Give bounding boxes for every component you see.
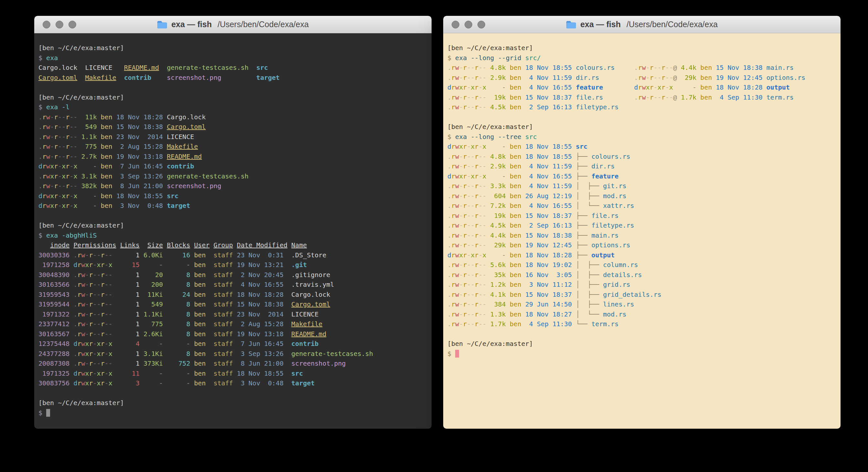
text-segment: -: [77, 202, 97, 209]
terminal-line: .rw-r--r-- 29k ben 19 Nov 12:45 ├── opti…: [447, 240, 836, 250]
text-segment: 384: [486, 300, 505, 308]
text-segment: [221, 74, 256, 82]
permission-char: r: [650, 93, 653, 101]
text-segment: 3 Nov 11:12: [521, 281, 572, 288]
text-segment: 24377288: [38, 350, 69, 358]
terminal-line: 12375448 drwxr-xr-x 4 - - ben staff 7 Ju…: [38, 339, 427, 349]
permission-char: -: [93, 261, 97, 269]
permission-char: -: [471, 182, 474, 190]
permission-char: x: [459, 251, 463, 259]
permission-char: w: [455, 192, 459, 200]
permission-char: r: [54, 192, 58, 200]
text-segment: [69, 241, 73, 249]
permission-char: w: [642, 83, 646, 91]
terminal-screen[interactable]: [ben ~/C/e/exa:master]$ exa --long --gri…: [443, 33, 841, 429]
text-segment: 23 Nov 2014: [113, 133, 163, 141]
permission-char: r: [101, 370, 105, 377]
permission-char: r: [66, 162, 69, 170]
text-segment: 26 Aug 12:19: [521, 192, 572, 200]
permission-char: -: [669, 64, 673, 71]
terminal-line: [ben ~/C/e/exa:master]: [447, 339, 836, 349]
minimize-button[interactable]: [56, 21, 63, 28]
close-button[interactable]: [452, 21, 459, 28]
permission-char: -: [478, 232, 482, 239]
permission-char: r: [77, 350, 81, 358]
permission-char: r: [42, 123, 46, 130]
text-segment: 7 Jun 16:45: [233, 340, 284, 348]
text-segment: ben: [506, 153, 521, 160]
zoom-button[interactable]: [477, 21, 485, 28]
terminal-line: .rw-r--r-- 7.2k ben 4 Nov 16:55 │ └── xa…: [447, 201, 836, 211]
permission-char: r: [54, 153, 58, 160]
terminal-line: 30048390 .rw-r--r-- 1 20 8 ben staff 2 N…: [38, 270, 427, 280]
permission-char: r: [638, 93, 642, 101]
permission-char: -: [478, 241, 482, 249]
text-segment: [206, 370, 214, 377]
text-segment: screenshot.png: [291, 359, 346, 367]
permission-char: r: [661, 83, 665, 91]
permission-char: -: [478, 271, 482, 279]
text-segment: Permissions: [73, 241, 116, 249]
terminal-line: .rw-r--r-- 35k ben 16 Nov 3:05 │ ├── det…: [447, 270, 836, 280]
text-segment: Cargo.lock: [167, 113, 206, 121]
permission-char: r: [451, 251, 455, 259]
permission-char: -: [105, 320, 108, 328]
permission-char: x: [471, 251, 474, 259]
terminal-line: .rw-r--r-- 4.4k ben 15 Nov 18:38 ├── mai…: [447, 231, 836, 240]
permission-char: x: [62, 202, 66, 209]
permission-char: -: [85, 291, 89, 298]
permission-char: -: [471, 232, 474, 239]
text-segment: ben: [506, 64, 521, 71]
terminal-line: .rw-r--r-- 2.9k ben 4 Nov 11:59 ├── dir.…: [447, 161, 836, 171]
permission-char: x: [108, 370, 113, 377]
permission-char: r: [89, 340, 93, 348]
text-segment: ben: [506, 261, 521, 269]
permission-char: r: [89, 350, 93, 358]
permission-char: -: [482, 153, 486, 160]
text-segment: -: [163, 261, 190, 269]
permission-char: r: [451, 83, 455, 91]
text-segment: 8: [163, 311, 190, 318]
text-segment: 3: [113, 379, 140, 387]
permission-char: r: [101, 300, 105, 308]
permission-char: r: [451, 172, 455, 180]
permission-char: .: [73, 300, 77, 308]
close-button[interactable]: [43, 21, 51, 28]
zoom-button[interactable]: [68, 21, 76, 28]
desktop: { "icons": { "title_icon": "folder-icon"…: [0, 0, 868, 472]
text-segment: [69, 281, 73, 288]
text-segment: 6.0Ki: [140, 251, 163, 259]
text-segment: Makefile: [291, 320, 322, 328]
text-segment: [572, 222, 576, 229]
terminal-screen[interactable]: [ben ~/C/e/exa:master]$ exaCargo.lock LI…: [34, 33, 432, 429]
permission-char: -: [471, 300, 474, 308]
permission-char: w: [455, 300, 459, 308]
permission-char: x: [108, 340, 113, 348]
text-segment: 1: [113, 271, 140, 279]
permission-char: -: [653, 74, 657, 82]
permission-char: -: [85, 359, 89, 367]
permission-char: -: [471, 271, 474, 279]
text-segment: │ ├──: [576, 192, 603, 200]
permission-char: r: [451, 291, 455, 298]
text-segment: file.rs: [591, 212, 619, 219]
permission-char: r: [101, 330, 105, 338]
text-segment: [284, 379, 291, 387]
text-segment: ben: [97, 133, 113, 141]
text-segment: [572, 153, 576, 160]
text-segment: [206, 300, 214, 308]
text-segment: [572, 103, 576, 111]
minimize-button[interactable]: [465, 21, 472, 28]
text-segment: [603, 93, 634, 101]
text-segment: 1: [113, 330, 140, 338]
permission-char: -: [105, 379, 108, 387]
text-segment: 1.1k: [77, 133, 97, 141]
terminal-line: [ben ~/C/e/exa:master]: [447, 122, 836, 132]
titlebar[interactable]: exa — fish /Users/ben/Code/exa/exa: [34, 16, 432, 33]
permission-char: -: [471, 320, 474, 328]
text-segment: [572, 232, 576, 239]
permission-char: r: [463, 202, 467, 209]
text-segment: ben: [506, 172, 521, 180]
permission-char: -: [459, 271, 463, 279]
titlebar[interactable]: exa — fish /Users/ben/Code/exa/exa: [443, 16, 841, 33]
